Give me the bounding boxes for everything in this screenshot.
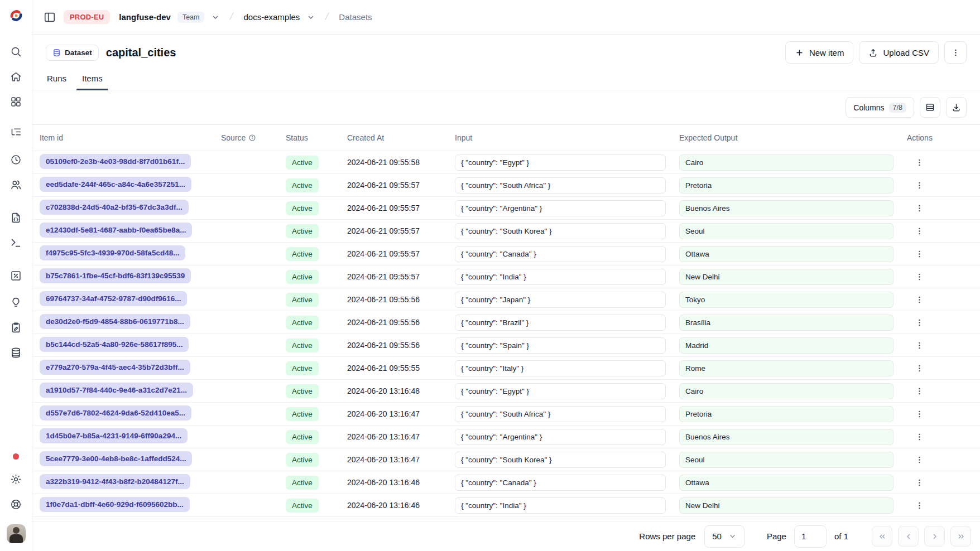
user-avatar[interactable] [7,524,26,543]
table-row[interactable]: 05109ef0-2e3b-4e03-98dd-8f7d01b61f... Ac… [32,151,980,174]
sidebar-item-search[interactable] [8,44,24,59]
table-row[interactable]: 1d45b0e7-b85a-4231-9149-6ff90a294... Act… [32,426,980,448]
item-id-link[interactable]: de30d2e0-f5d9-4854-88b6-0619771b8... [40,314,190,329]
org-chevron-down-icon[interactable] [211,13,220,22]
header-item-id[interactable]: Item id [32,133,221,142]
table-row[interactable]: 5cee7779-3e00-4eb8-be8c-1affedd524... Ac… [32,448,980,471]
sidebar-item-playground[interactable] [8,235,24,250]
sidebar-item-evaluation[interactable] [8,268,24,283]
row-actions-button[interactable] [911,269,927,284]
sidebar-item-annotation[interactable] [8,320,24,335]
header-source[interactable]: Source [221,133,286,142]
table-row[interactable]: c702838d-24d5-40a2-bf35-67dc3a3df... Act… [32,197,980,220]
row-actions-button[interactable] [911,200,927,216]
header-expected-output[interactable]: Expected Output [679,133,907,142]
sidebar-item-tracing[interactable] [8,124,24,139]
plus-icon [795,48,804,57]
dataset-menu-button[interactable] [944,41,967,64]
sidebar-item-datasets[interactable] [8,345,24,360]
page-of-label: of 1 [834,531,848,541]
table-row[interactable]: 1f0e7da1-dbff-4e60-929d-f6095602bb... Ac… [32,494,980,517]
table-row[interactable]: 69764737-34af-4752-9787-d90df9616... Act… [32,288,980,311]
sidebar-item-home[interactable] [8,69,24,84]
row-actions-button[interactable] [911,292,927,307]
table-row[interactable]: a1910d57-7f84-440c-9e46-a31c2d7e21... Ac… [32,380,980,403]
langfuse-logo[interactable] [8,8,24,23]
item-id-link[interactable]: c702838d-24d5-40a2-bf35-67dc3a3df... [40,200,189,215]
row-actions-button[interactable] [911,315,927,330]
table-body: 05109ef0-2e3b-4e03-98dd-8f7d01b61f... Ac… [32,151,980,517]
row-height-icon [925,103,935,112]
header-input[interactable]: Input [455,133,679,142]
row-actions-button[interactable] [911,246,927,262]
table-row[interactable]: b5c144cd-52a5-4a80-926e-58617f895... Act… [32,334,980,357]
download-icon [952,103,961,112]
users-icon [10,179,22,191]
sidebar-item-insights[interactable] [8,294,24,310]
table-row[interactable]: e12430df-5e81-4687-aabb-f0ea65be8a... Ac… [32,220,980,243]
prev-page-button[interactable] [898,526,919,547]
table-row[interactable]: d557e7d6-7802-4624-9da6-52d410ea5... Act… [32,403,980,426]
new-item-button[interactable]: New item [785,41,854,64]
item-id-link[interactable]: eed5dafe-244f-465c-a84c-4a6e357251... [40,177,191,192]
created-at-cell: 2024-06-21 09:55:58 [347,158,455,167]
project-chevron-down-icon[interactable] [306,13,315,22]
tab-runs[interactable]: Runs [41,74,72,90]
export-button[interactable] [946,97,967,118]
row-height-button[interactable] [920,97,940,118]
item-id-link[interactable]: 69764737-34af-4752-9787-d90df9616... [40,291,187,306]
support-icon[interactable] [8,496,24,512]
table-row[interactable]: de30d2e0-f5d9-4854-88b6-0619771b8... Act… [32,311,980,334]
table-row[interactable]: e779a270-579a-4f45-aec4-35b72d3bff... Ac… [32,357,980,380]
tab-items[interactable]: Items [76,74,108,90]
item-id-link[interactable]: 05109ef0-2e3b-4e03-98dd-8f7d01b61f... [40,154,191,169]
item-id-link[interactable]: d557e7d6-7802-4624-9da6-52d410ea5... [40,405,191,420]
item-id-link[interactable]: 1d45b0e7-b85a-4231-9149-6ff90a294... [40,428,188,443]
row-actions-button[interactable] [911,452,927,467]
columns-button[interactable]: Columns 7/8 [846,97,914,118]
header-status[interactable]: Status [286,133,347,142]
table-row[interactable]: f4975c95-5fc3-4939-970d-58fa5cd48... Act… [32,243,980,265]
header-created-at[interactable]: Created At [347,133,455,142]
row-actions-button[interactable] [911,337,927,353]
row-actions-button[interactable] [911,497,927,513]
table-row[interactable]: eed5dafe-244f-465c-a84c-4a6e357251... Ac… [32,174,980,197]
item-id-link[interactable]: e12430df-5e81-4687-aabb-f0ea65be8a... [40,223,192,238]
item-id-link[interactable]: a322b319-9412-4f43-b8f2-b20484127f... [40,474,190,489]
input-cell: { "country": "Canada" } [455,246,666,262]
breadcrumb-section[interactable]: Datasets [339,12,372,22]
sidebar-item-users[interactable] [8,177,24,192]
first-page-button[interactable] [872,526,892,547]
expected-output-cell: Buenos Aires [679,200,893,216]
item-id-link[interactable]: e779a270-579a-4f45-aec4-35b72d3bff... [40,360,190,375]
item-id-link[interactable]: 5cee7779-3e00-4eb8-be8c-1affedd524... [40,451,192,466]
row-actions-button[interactable] [911,154,927,170]
row-actions-button[interactable] [911,429,927,444]
next-page-button[interactable] [924,526,945,547]
settings-icon[interactable] [8,471,24,487]
item-id-link[interactable]: 1f0e7da1-dbff-4e60-929d-f6095602bb... [40,497,190,512]
table-row[interactable]: a322b319-9412-4f43-b8f2-b20484127f... Ac… [32,471,980,494]
page-size-select[interactable]: 50 [704,525,744,548]
page-number-input[interactable] [794,525,827,548]
row-actions-button[interactable] [911,360,927,376]
item-id-link[interactable]: f4975c95-5fc3-4939-970d-58fa5cd48... [40,245,185,260]
sidebar-item-sessions[interactable] [8,152,24,167]
last-page-button[interactable] [950,526,971,547]
row-actions-button[interactable] [911,475,927,490]
sidebar-item-prompts[interactable] [8,210,24,225]
row-actions-button[interactable] [911,406,927,422]
item-id-link[interactable]: b75c7861-1fbe-45cf-bdf6-83f139c95539 [40,268,191,283]
org-name[interactable]: langfuse-dev [119,12,171,22]
row-actions-button[interactable] [911,223,927,239]
table-row[interactable]: b75c7861-1fbe-45cf-bdf6-83f139c95539 Act… [32,265,980,288]
created-at-cell: 2024-06-20 13:16:47 [347,432,455,441]
item-id-link[interactable]: a1910d57-7f84-440c-9e46-a31c2d7e21... [40,383,193,398]
row-actions-button[interactable] [911,177,927,193]
sidebar-item-dashboard[interactable] [8,94,24,109]
row-actions-button[interactable] [911,383,927,399]
sidebar-toggle-icon[interactable] [42,10,57,25]
upload-csv-button[interactable]: Upload CSV [859,41,939,64]
project-name[interactable]: docs-examples [243,12,300,22]
item-id-link[interactable]: b5c144cd-52a5-4a80-926e-58617f895... [40,337,189,352]
